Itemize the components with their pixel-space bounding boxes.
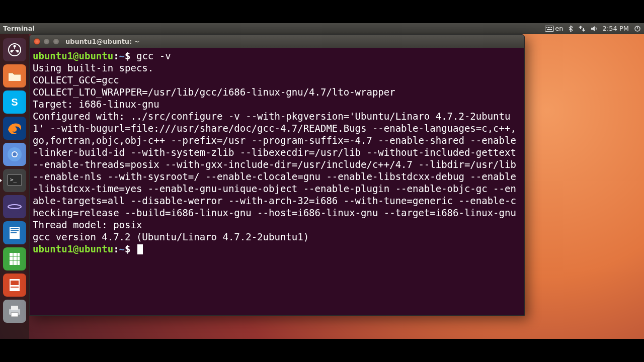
- terminal-window: ubuntu1@ubuntu: ~ ubuntu1@ubuntu:~$ gcc …: [29, 34, 525, 316]
- svg-rect-4: [551, 27, 552, 28]
- keyboard-indicator[interactable]: en: [545, 25, 563, 32]
- svg-rect-22: [11, 228, 19, 229]
- svg-rect-3: [549, 27, 550, 28]
- chromium-icon[interactable]: [3, 143, 26, 166]
- svg-text:>_: >_: [10, 176, 17, 183]
- prompt-user: ubuntu1@ubuntu: [33, 50, 113, 61]
- window-maximize-button[interactable]: [53, 38, 59, 45]
- sound-icon[interactable]: [591, 25, 598, 32]
- svg-rect-27: [11, 281, 19, 285]
- prompt-path: ~: [119, 50, 125, 61]
- impress-icon[interactable]: [3, 274, 26, 297]
- terminal-command: gcc -v: [136, 50, 171, 61]
- firefox-icon[interactable]: [3, 117, 26, 140]
- menu-bar: Terminal en 2:54 PM: [0, 23, 644, 34]
- svg-rect-25: [9, 252, 20, 265]
- svg-rect-1: [546, 27, 547, 28]
- svg-point-8: [14, 45, 16, 48]
- terminal-body[interactable]: ubuntu1@ubuntu:~$ gcc -v Using built-in …: [30, 48, 524, 315]
- window-minimize-button[interactable]: [43, 38, 50, 45]
- writer-icon[interactable]: [3, 221, 26, 244]
- svg-point-9: [11, 50, 13, 53]
- svg-rect-5: [547, 29, 552, 30]
- svg-rect-0: [545, 26, 554, 31]
- letterbox-top: [0, 0, 644, 23]
- svg-rect-28: [11, 287, 19, 288]
- svg-point-16: [13, 152, 17, 156]
- terminal-titlebar[interactable]: ubuntu1@ubuntu: ~: [30, 35, 524, 48]
- unity-launcher: S>_: [0, 34, 29, 339]
- printer-icon[interactable]: [3, 300, 26, 323]
- svg-rect-23: [11, 230, 19, 231]
- terminal-title: ubuntu1@ubuntu: ~: [65, 38, 140, 45]
- bluetooth-icon[interactable]: [569, 25, 574, 32]
- terminal-output: Using built-in specs. COLLECT_GCC=gcc CO…: [33, 62, 522, 242]
- keyboard-lang: en: [555, 25, 563, 32]
- svg-rect-2: [548, 27, 549, 28]
- network-icon[interactable]: [579, 25, 586, 32]
- files-icon[interactable]: [3, 64, 26, 87]
- letterbox-bottom: [0, 339, 644, 362]
- terminal-icon[interactable]: >_: [3, 169, 26, 192]
- window-close-button[interactable]: [34, 38, 40, 45]
- svg-point-10: [17, 50, 19, 53]
- svg-point-19: [8, 200, 21, 213]
- svg-text:S: S: [11, 97, 18, 108]
- dash-icon[interactable]: [3, 38, 26, 61]
- calc-icon[interactable]: [3, 247, 26, 270]
- session-icon[interactable]: [634, 25, 641, 32]
- skype-icon[interactable]: S: [3, 90, 26, 114]
- svg-rect-24: [11, 232, 17, 233]
- active-app-label: Terminal: [3, 25, 35, 32]
- svg-rect-31: [11, 313, 18, 317]
- terminal-cursor: [137, 244, 143, 254]
- clock[interactable]: 2:54 PM: [603, 25, 629, 32]
- eclipse-icon[interactable]: [3, 195, 26, 218]
- svg-rect-30: [11, 306, 18, 310]
